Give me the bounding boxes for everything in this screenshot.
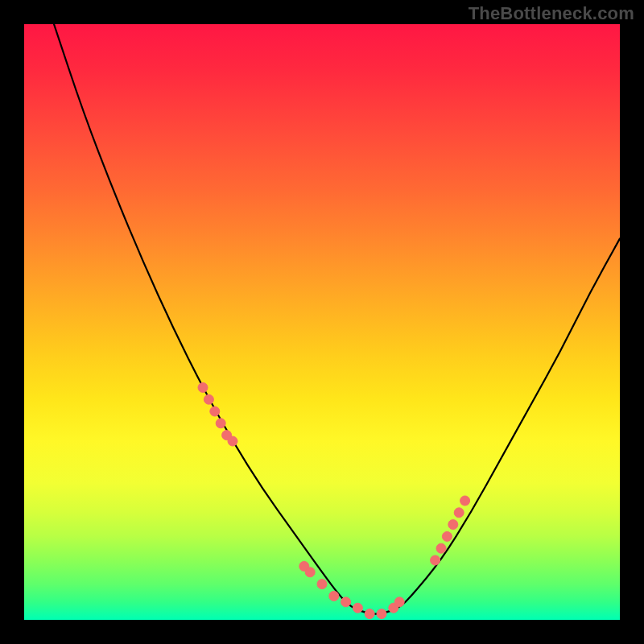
highlight-dots <box>198 382 470 618</box>
highlight-dot <box>228 436 237 446</box>
watermark-text: TheBottleneck.com <box>469 3 634 24</box>
highlight-dot <box>341 597 351 607</box>
bottleneck-curve <box>54 24 620 614</box>
highlight-dot <box>436 543 446 553</box>
chart-container: TheBottleneck.com <box>0 0 644 644</box>
highlight-dot <box>305 568 315 577</box>
highlight-dot <box>353 603 362 613</box>
highlight-dot <box>204 394 213 404</box>
highlight-dot <box>365 609 374 619</box>
highlight-dot <box>460 496 470 506</box>
highlight-dot <box>216 419 225 428</box>
curve-svg <box>24 24 620 620</box>
highlight-dot <box>431 555 440 565</box>
highlight-dot <box>329 591 339 601</box>
highlight-dot <box>448 520 458 530</box>
highlight-dot <box>377 609 386 619</box>
plot-area <box>24 24 620 620</box>
highlight-dot <box>442 531 452 541</box>
highlight-dot <box>198 382 208 392</box>
highlight-dot <box>394 597 404 607</box>
highlight-dot <box>210 407 220 416</box>
highlight-dot <box>454 508 464 518</box>
highlight-dot <box>317 580 327 589</box>
